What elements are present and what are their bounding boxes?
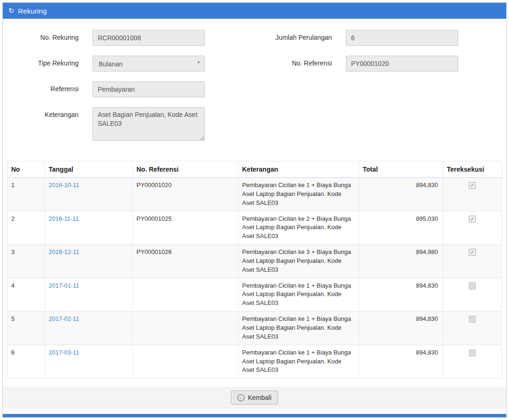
kembali-button[interactable]: ← Kembali <box>231 391 278 405</box>
date-link[interactable]: 2016-11-11 <box>49 215 79 222</box>
tereksekusi-checkbox-checked[interactable]: ✓ <box>469 249 476 256</box>
table-row: 12016-10-11PY00001020Pembayaran Cicilan … <box>7 178 502 211</box>
back-arrow-glyph: ← <box>239 395 244 400</box>
col-header-no: No <box>7 161 45 178</box>
no-rekuring-label: No. Rekuring <box>3 30 93 46</box>
total-cell: 894,830 <box>359 311 443 345</box>
form-group-tipe-rekuring: Tipe Rekuring Bulanan ▼ <box>3 56 205 72</box>
col-header-no-referensi: No. Referensi <box>133 161 238 178</box>
form-column-right: Jumlah Perulangan No. Referensi <box>205 30 458 151</box>
tipe-rekuring-label: Tipe Rekuring <box>3 56 93 72</box>
keterangan-cell: Pembayaran Cicilan ke 2 + Biaya Bunga As… <box>238 211 359 245</box>
tereksekusi-checkbox-unchecked[interactable] <box>469 282 476 290</box>
tipe-rekuring-select[interactable]: Bulanan ▼ <box>93 56 205 72</box>
refresh-icon: ↻ <box>8 7 14 15</box>
table-header-row: No Tanggal No. Referensi Keterangan Tota… <box>7 161 502 178</box>
no-referensi-cell <box>133 311 238 345</box>
no-referensi-cell <box>133 345 238 378</box>
referensi-input[interactable] <box>93 81 205 97</box>
keterangan-cell: Pembayaran Cicilan ke 1 + Biaya Bunga As… <box>238 178 359 211</box>
no-referensi-label: No. Referensi <box>205 56 346 72</box>
date-link[interactable]: 2017-03-11 <box>49 349 79 356</box>
row-number-cell: 1 <box>7 178 45 211</box>
tanggal-cell: 2016-11-11 <box>45 211 133 245</box>
keterangan-cell: Pembayaran Cicilan ke 3 + Biaya Bunga As… <box>238 245 359 278</box>
form-group-no-referensi: No. Referensi <box>205 56 458 72</box>
rekuring-table: No Tanggal No. Referensi Keterangan Tota… <box>7 161 502 378</box>
tanggal-cell: 2016-12-11 <box>45 245 133 278</box>
referensi-label: Referensi <box>3 81 93 97</box>
tereksekusi-cell: ✓ <box>443 211 502 245</box>
tereksekusi-checkbox-checked[interactable]: ✓ <box>469 182 476 189</box>
col-header-total: Total <box>359 161 443 178</box>
panel-header: ↻ Rekuring <box>3 3 506 19</box>
tereksekusi-cell: ✓ <box>443 245 502 278</box>
tereksekusi-checkbox-checked[interactable]: ✓ <box>469 216 476 223</box>
form-group-jumlah-perulangan: Jumlah Perulangan <box>205 30 458 46</box>
jumlah-perulangan-input[interactable] <box>346 30 458 46</box>
row-number-cell: 3 <box>7 245 45 278</box>
no-referensi-cell: PY00001020 <box>133 178 238 211</box>
table-body: 12016-10-11PY00001020Pembayaran Cicilan … <box>7 178 502 378</box>
keterangan-cell: Pembayaran Cicilan ke 1 + Biaya Bunga As… <box>238 311 359 345</box>
no-referensi-cell <box>133 278 238 311</box>
keterangan-cell: Pembayaran Cicilan ke 1 + Biaya Bunga As… <box>238 345 359 378</box>
jumlah-perulangan-label: Jumlah Perulangan <box>205 30 346 46</box>
table-row: 52017-02-11Pembayaran Cicilan ke 1 + Bia… <box>7 311 502 345</box>
date-link[interactable]: 2016-12-11 <box>49 248 79 255</box>
select-caret-icon: ▼ <box>197 59 201 65</box>
total-cell: 894,980 <box>359 245 443 278</box>
table-row: 42017-01-11Pembayaran Cicilan ke 1 + Bia… <box>7 278 502 311</box>
form-group-referensi: Referensi <box>3 81 205 97</box>
table-container: No Tanggal No. Referensi Keterangan Tota… <box>7 161 502 378</box>
date-link[interactable]: 2017-02-11 <box>49 315 79 322</box>
no-rekuring-input[interactable] <box>93 30 205 46</box>
tanggal-cell: 2017-02-11 <box>45 311 133 345</box>
date-link[interactable]: 2017-01-11 <box>49 282 79 289</box>
table-row: 32016-12-11PY00001026Pembayaran Cicilan … <box>7 245 502 278</box>
total-cell: 895,030 <box>359 211 443 245</box>
tereksekusi-cell <box>443 278 502 311</box>
keterangan-cell: Pembayaran Cicilan ke 1 + Biaya Bunga As… <box>238 278 359 311</box>
tereksekusi-cell <box>443 345 502 378</box>
tanggal-cell: 2016-10-11 <box>45 178 133 211</box>
form-column-left: No. Rekuring Tipe Rekuring Bulanan ▼ Ref… <box>3 30 205 151</box>
total-cell: 894,830 <box>359 345 443 378</box>
tanggal-cell: 2017-03-11 <box>45 345 133 378</box>
total-cell: 894,830 <box>359 278 443 311</box>
col-header-keterangan: Keterangan <box>238 161 359 178</box>
rekuring-panel: ↻ Rekuring No. Rekuring Tipe Rekuring Bu… <box>2 2 507 418</box>
bottom-accent-bar <box>3 414 506 417</box>
row-number-cell: 4 <box>7 278 45 311</box>
panel-footer: ← Kembali <box>3 387 506 408</box>
table-row: 62017-03-11Pembayaran Cicilan ke 1 + Bia… <box>7 345 502 378</box>
tanggal-cell: 2017-01-11 <box>45 278 133 311</box>
tereksekusi-cell <box>443 311 502 345</box>
row-number-cell: 6 <box>7 345 45 378</box>
col-header-tereksekusi: Tereksekusi <box>443 161 502 178</box>
tereksekusi-checkbox-unchecked[interactable] <box>469 316 476 323</box>
table-row: 22016-11-11PY00001025Pembayaran Cicilan … <box>7 211 502 245</box>
kembali-label: Kembali <box>248 394 272 401</box>
no-referensi-input[interactable] <box>346 56 458 72</box>
date-link[interactable]: 2016-10-11 <box>49 181 79 188</box>
form-group-no-rekuring: No. Rekuring <box>3 30 205 46</box>
total-cell: 894,830 <box>359 178 443 211</box>
tereksekusi-cell: ✓ <box>443 178 502 211</box>
bottom-gap <box>3 408 506 414</box>
back-circle-icon: ← <box>237 394 244 401</box>
row-number-cell: 2 <box>7 211 45 245</box>
tereksekusi-checkbox-unchecked[interactable] <box>469 349 476 356</box>
form-group-keterangan: Keterangan Aset Bagian Penjualan, Kode A… <box>3 107 205 141</box>
col-header-tanggal: Tanggal <box>45 161 133 178</box>
rekuring-form: No. Rekuring Tipe Rekuring Bulanan ▼ Ref… <box>3 19 506 152</box>
row-number-cell: 5 <box>7 311 45 345</box>
keterangan-textarea[interactable]: Aset Bagian Penjualan, Kode Aset SALE03 <box>93 107 205 141</box>
no-referensi-cell: PY00001025 <box>133 211 238 245</box>
page-title: Rekuring <box>18 7 47 15</box>
no-referensi-cell: PY00001026 <box>133 245 238 278</box>
keterangan-label: Keterangan <box>3 107 93 141</box>
tipe-rekuring-selected-value: Bulanan <box>99 60 122 68</box>
